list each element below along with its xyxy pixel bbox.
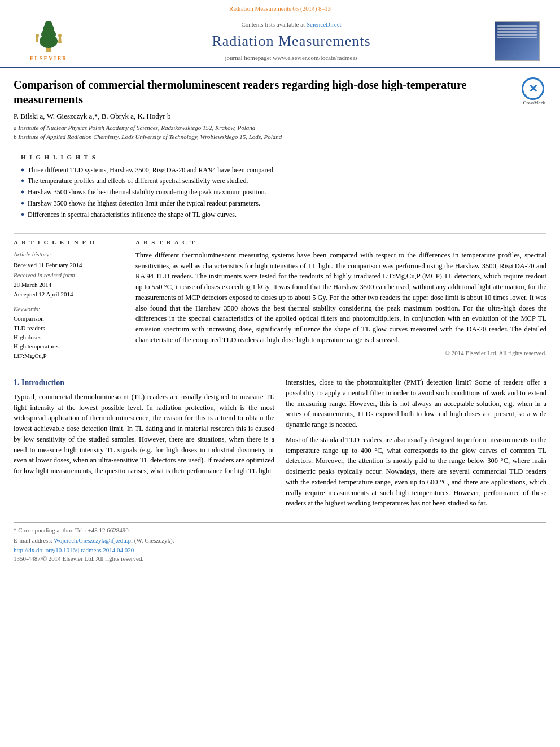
- abstract-column: A B S T R A C T Three different thermolu…: [135, 238, 546, 361]
- svg-rect-6: [36, 37, 38, 42]
- crossmark-badge: ✕ CrossMark: [522, 77, 546, 102]
- body-divider: [14, 370, 546, 370]
- main-content: Comparison of commercial thermoluminesce…: [0, 68, 560, 522]
- journal-header: ELSEVIER Contents lists available at Sci…: [0, 15, 560, 68]
- thumb-line-1: [497, 25, 537, 27]
- journal-homepage: journal homepage: www.elsevier.com/locat…: [88, 54, 495, 62]
- highlight-item-2: The temperature profiles and effects of …: [21, 176, 539, 186]
- doi-line: http://dx.doi.org/10.1016/j.radmeas.2014…: [14, 546, 546, 554]
- elsevier-label: ELSEVIER: [30, 55, 68, 63]
- keyword-3: High doses: [14, 333, 126, 342]
- journal-citation-link[interactable]: Radiation Measurements 65 (2014) 8–13: [229, 5, 331, 12]
- keyword-5: LiF:Mg,Cu,P: [14, 352, 126, 360]
- keyword-4: High temperatures: [14, 342, 126, 351]
- abstract-text: Three different thermoluminescent measur…: [135, 250, 546, 346]
- journal-title: Radiation Measurements: [88, 31, 495, 51]
- introduction-heading: 1. Introduction: [14, 377, 274, 388]
- intro-para-2: intensities, close to the photomultiplie…: [286, 377, 546, 430]
- svg-point-5: [36, 34, 39, 37]
- keyword-1: Comparison: [14, 314, 126, 323]
- page-footer: * Corresponding author. Tel.: +48 12 662…: [14, 522, 546, 567]
- authors-line: P. Bilski a, W. Gieszczyk a,*, B. Obryk …: [14, 111, 546, 121]
- intro-left-col: 1. Introduction Typical, commercial ther…: [14, 377, 274, 513]
- crossmark-label: CrossMark: [522, 101, 546, 106]
- highlights-label: H I G H L I G H T S: [21, 153, 539, 161]
- thumb-line-5: [497, 37, 537, 38]
- article-info-column: A R T I C L E I N F O Article history: R…: [14, 238, 126, 361]
- thumb-line-3: [497, 31, 537, 33]
- affiliations: a Institute of Nuclear Physics Polish Ac…: [14, 124, 546, 141]
- svg-point-7: [58, 34, 62, 37]
- contents-available-line: Contents lists available at ScienceDirec…: [88, 20, 495, 29]
- copyright-line: © 2014 Elsevier Ltd. All rights reserved…: [135, 349, 546, 357]
- elsevier-tree-icon: [26, 20, 71, 54]
- revised-date: 28 March 2014: [14, 281, 126, 289]
- article-info-abstract-section: A R T I C L E I N F O Article history: R…: [14, 233, 546, 361]
- intro-para-3: Most of the standard TLD readers are als…: [286, 435, 546, 509]
- sciencedirect-link[interactable]: ScienceDirect: [307, 21, 342, 28]
- crossmark-circle: ✕: [522, 77, 544, 100]
- elsevier-logo: ELSEVIER: [9, 20, 88, 63]
- article-history-label: Article history:: [14, 250, 126, 259]
- highlight-item-5: Differences in spectral characteristics …: [21, 210, 539, 220]
- email-line: E-mail address: Wojciech.Gieszczyk@ifj.e…: [14, 536, 546, 545]
- corresponding-author-note: * Corresponding author. Tel.: +48 12 662…: [14, 526, 546, 535]
- article-info-label: A R T I C L E I N F O: [14, 238, 126, 247]
- journal-thumbnail: [495, 21, 551, 61]
- thumbnail-lines: [497, 24, 537, 58]
- journal-top-bar: Radiation Measurements 65 (2014) 8–13: [0, 0, 560, 15]
- issn-line: 1350-4487/© 2014 Elsevier Ltd. All right…: [14, 554, 546, 563]
- journal-cover-image: [495, 21, 540, 61]
- highlight-item-1: Three different TLD systems, Harshaw 350…: [21, 165, 539, 175]
- thumb-line-2: [497, 28, 537, 30]
- received-revised-label: Received in revised form: [14, 271, 126, 279]
- thumb-line-4: [497, 34, 537, 36]
- doi-link[interactable]: http://dx.doi.org/10.1016/j.radmeas.2014…: [14, 547, 134, 553]
- affiliation-a: a Institute of Nuclear Physics Polish Ac…: [14, 124, 546, 132]
- highlight-item-4: Harshaw 3500 shows the highest detection…: [21, 199, 539, 208]
- highlights-section: H I G H L I G H T S Three different TLD …: [14, 148, 546, 226]
- affiliation-b: b Institute of Applied Radiation Chemist…: [14, 133, 546, 141]
- keywords-section: Keywords: Comparison TLD readers High do…: [14, 305, 126, 360]
- received-date: Received 11 February 2014: [14, 261, 126, 269]
- introduction-section: 1. Introduction Typical, commercial ther…: [14, 377, 546, 513]
- svg-point-4: [45, 21, 53, 28]
- keyword-2: TLD readers: [14, 324, 126, 333]
- journal-header-center: Contents lists available at ScienceDirec…: [88, 20, 495, 63]
- author-email-link[interactable]: Wojciech.Gieszczyk@ifj.edu.pl: [54, 537, 133, 544]
- accepted-date: Accepted 12 April 2014: [14, 290, 126, 299]
- elsevier-branding: ELSEVIER: [9, 20, 88, 63]
- svg-marker-8: [58, 37, 62, 43]
- highlight-item-3: Harshaw 3500 shows the best thermal stab…: [21, 187, 539, 197]
- crossmark-icon: ✕: [528, 81, 538, 96]
- abstract-label: A B S T R A C T: [135, 238, 546, 247]
- keywords-label: Keywords:: [14, 305, 126, 313]
- intro-right-col: intensities, close to the photomultiplie…: [286, 377, 546, 513]
- article-title: Comparison of commercial thermoluminesce…: [14, 77, 546, 107]
- intro-para-1: Typical, commercial thermoluminescent (T…: [14, 392, 274, 477]
